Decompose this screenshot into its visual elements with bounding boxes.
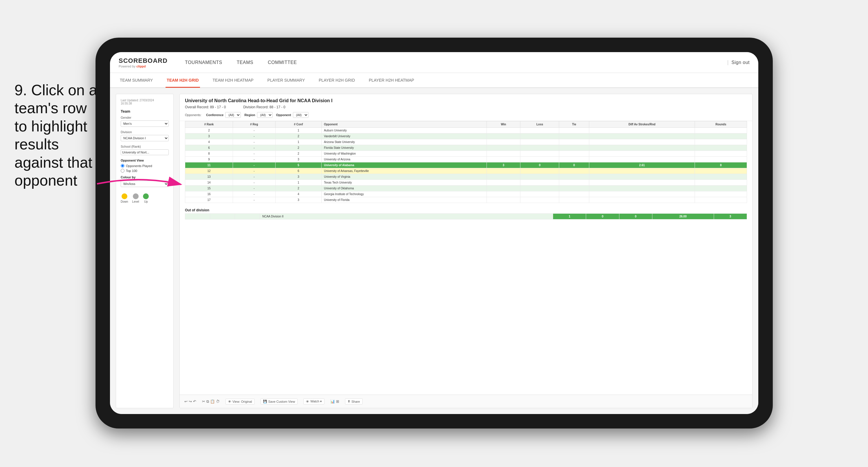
paste-icon[interactable]: 📋 bbox=[210, 399, 215, 404]
cell-tie bbox=[559, 168, 589, 174]
opponent-select[interactable]: (All) bbox=[293, 112, 309, 118]
opponent-filter: Opponent (All) bbox=[276, 112, 309, 118]
radio-top100[interactable]: Top 100 bbox=[121, 169, 169, 173]
up-circle bbox=[143, 194, 149, 199]
sidebar: Last Updated: 27/03/2024 16:55:38 Team G… bbox=[116, 94, 174, 408]
watch-button[interactable]: 👁 Watch ▾ bbox=[303, 399, 324, 405]
col-diff: Diff Av Strokes/Rnd bbox=[589, 121, 694, 128]
sign-out-button[interactable]: Sign out bbox=[732, 60, 750, 65]
col-win: Win bbox=[487, 121, 520, 128]
table-row[interactable]: 17-3University of Florida bbox=[185, 197, 747, 203]
grid-area: University of North Carolina Head-to-Hea… bbox=[180, 94, 752, 408]
cell-opponent: University of Alabama bbox=[321, 163, 487, 168]
table-row[interactable]: 16-4Georgia Institute of Technology bbox=[185, 192, 747, 197]
cell-rounds bbox=[695, 174, 747, 180]
col-loss: Loss bbox=[520, 121, 559, 128]
edit-group: ✂ ⧉ 📋 ⏱ bbox=[202, 399, 220, 404]
cell-conf: 2 bbox=[275, 134, 321, 139]
team-section-title: Team bbox=[121, 109, 169, 114]
grid-title: University of North Carolina Head-to-Hea… bbox=[185, 98, 747, 104]
share-button[interactable]: ⬆ Share bbox=[345, 399, 362, 405]
cell-rounds bbox=[695, 180, 747, 185]
clock-icon[interactable]: ⏱ bbox=[216, 399, 220, 404]
division-select[interactable]: NCAA Division I bbox=[121, 135, 169, 141]
cell-conf: 3 bbox=[275, 174, 321, 180]
out-of-division-row[interactable]: NCAA Division II 1 0 0 26.00 3 bbox=[185, 214, 747, 220]
sub-nav-player-h2h-grid[interactable]: PLAYER H2H GRID bbox=[317, 73, 356, 88]
cell-diff bbox=[589, 192, 694, 197]
cell-opponent: Vanderbilt University bbox=[321, 134, 487, 139]
cell-win bbox=[487, 145, 520, 151]
cell-opponent: University of Oklahoma bbox=[321, 185, 487, 192]
colour-by-title: Colour by bbox=[121, 175, 169, 179]
grid-icon[interactable]: ⊞ bbox=[336, 399, 339, 404]
cell-loss bbox=[520, 128, 559, 134]
cell-diff: 2.61 bbox=[589, 163, 694, 168]
cell-reg: - bbox=[233, 163, 276, 168]
table-row[interactable]: 4-1Arizona State University bbox=[185, 139, 747, 145]
sub-nav-player-summary[interactable]: PLAYER SUMMARY bbox=[266, 73, 306, 88]
school-select[interactable]: University of Nort... bbox=[121, 149, 169, 155]
cell-reg: - bbox=[233, 128, 276, 134]
region-select[interactable]: (All) bbox=[257, 112, 273, 118]
nav-teams[interactable]: TEAMS bbox=[237, 60, 253, 65]
sub-nav-team-summary[interactable]: TEAM SUMMARY bbox=[119, 73, 154, 88]
cell-win bbox=[487, 185, 520, 192]
cell-conf: 6 bbox=[275, 168, 321, 174]
table-row[interactable]: 15-2University of Oklahoma bbox=[185, 185, 747, 192]
sub-nav-team-h2h-heatmap[interactable]: TEAM H2H HEATMAP bbox=[212, 73, 255, 88]
table-row[interactable]: 2-1Auburn University bbox=[185, 128, 747, 134]
undo2-icon[interactable]: ↶ bbox=[193, 399, 196, 404]
nav-tournaments[interactable]: TOURNAMENTS bbox=[185, 60, 222, 65]
cell-reg: - bbox=[233, 168, 276, 174]
top-nav: SCOREBOARD Powered by clippd TOURNAMENTS… bbox=[110, 52, 758, 73]
undo-redo-group: ↩ ↪ ↶ bbox=[184, 399, 196, 404]
table-row[interactable]: 12-6University of Arkansas, Fayetteville bbox=[185, 168, 747, 174]
col-conf: # Conf bbox=[275, 121, 321, 128]
table-row[interactable]: 8-2University of Washington bbox=[185, 151, 747, 157]
cell-loss bbox=[520, 168, 559, 174]
table-row[interactable]: 13-3University of Virginia bbox=[185, 174, 747, 180]
view-original-button[interactable]: 👁 View: Original bbox=[225, 399, 255, 405]
cell-diff bbox=[589, 134, 694, 139]
ood-tie: 0 bbox=[619, 214, 652, 220]
table-row[interactable]: 3-2Vanderbilt University bbox=[185, 134, 747, 139]
view-icon: 👁 bbox=[228, 400, 231, 403]
sub-nav-player-h2h-heatmap[interactable]: PLAYER H2H HEATMAP bbox=[368, 73, 415, 88]
cell-win bbox=[487, 157, 520, 163]
ood-diff: 26.00 bbox=[652, 214, 714, 220]
cell-opponent: Arizona State University bbox=[321, 139, 487, 145]
redo-icon[interactable]: ↪ bbox=[189, 399, 192, 404]
cell-conf: 1 bbox=[275, 128, 321, 134]
cell-loss bbox=[520, 180, 559, 185]
table-row[interactable]: 14-1Texas Tech University bbox=[185, 180, 747, 185]
copy-icon[interactable]: ⧉ bbox=[206, 399, 209, 404]
table-row[interactable]: 9-3University of Arizona bbox=[185, 157, 747, 163]
radio-opponents-played[interactable]: Opponents Played bbox=[121, 164, 169, 168]
table-row[interactable]: 6-2Florida State University bbox=[185, 145, 747, 151]
tablet-screen: SCOREBOARD Powered by clippd TOURNAMENTS… bbox=[110, 52, 758, 414]
cut-icon[interactable]: ✂ bbox=[202, 399, 205, 404]
undo-icon[interactable]: ↩ bbox=[184, 399, 188, 404]
gender-select[interactable]: Men's bbox=[121, 120, 169, 127]
colour-by-select[interactable]: Win/loss bbox=[121, 181, 169, 187]
presenter-icon[interactable]: 📊 bbox=[330, 399, 335, 404]
cell-win bbox=[487, 168, 520, 174]
main-content: Last Updated: 27/03/2024 16:55:38 Team G… bbox=[110, 88, 758, 414]
cell-conf: 4 bbox=[275, 192, 321, 197]
cell-conf: 1 bbox=[275, 139, 321, 145]
cell-tie bbox=[559, 174, 589, 180]
sub-nav-team-h2h-grid[interactable]: TEAM H2H GRID bbox=[165, 73, 200, 88]
ood-win: 1 bbox=[553, 214, 586, 220]
nav-committee[interactable]: COMMITTEE bbox=[268, 60, 297, 65]
cell-tie bbox=[559, 128, 589, 134]
ood-rounds: 3 bbox=[714, 214, 747, 220]
cell-rank: 2 bbox=[185, 128, 233, 134]
cell-opponent: University of Washington bbox=[321, 151, 487, 157]
cell-reg: - bbox=[233, 139, 276, 145]
cell-loss bbox=[520, 157, 559, 163]
table-row[interactable]: 11-5University of Alabama3002.618 bbox=[185, 163, 747, 168]
cell-rank: 6 bbox=[185, 145, 233, 151]
save-custom-view-button[interactable]: 💾 Save Custom View bbox=[260, 399, 298, 405]
conference-select[interactable]: (All) bbox=[225, 112, 241, 118]
